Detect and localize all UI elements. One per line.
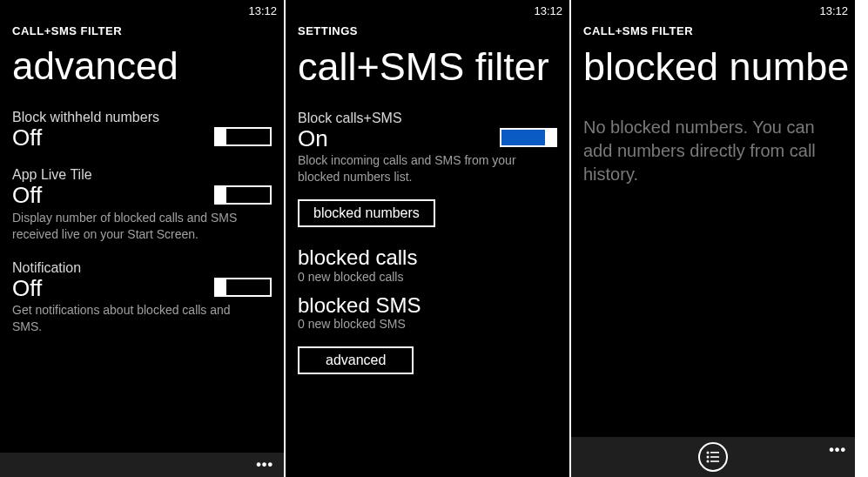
- page-title: call+SMS filter: [298, 44, 557, 90]
- header: SETTINGS call+SMS filter: [286, 21, 569, 90]
- stat-title: blocked SMS: [298, 294, 557, 317]
- setting-label: Notification: [12, 260, 272, 276]
- screen-settings: 13:12 SETTINGS call+SMS filter Block cal…: [286, 0, 569, 477]
- advanced-button[interactable]: advanced: [298, 346, 414, 374]
- svg-rect-3: [710, 456, 719, 458]
- app-label: SETTINGS: [298, 24, 557, 37]
- page-title: advanced: [12, 44, 272, 89]
- empty-state-text: No blocked numbers. You can add numbers …: [583, 116, 843, 186]
- status-bar: 13:12: [0, 0, 284, 21]
- stat-subtitle: 0 new blocked SMS: [298, 317, 557, 331]
- app-bar: •••: [0, 453, 284, 477]
- setting-label: Block withheld numbers: [12, 110, 272, 125]
- setting-block-calls-sms: Block calls+SMS On Block incoming calls …: [298, 111, 557, 185]
- clock: 13:12: [534, 4, 562, 17]
- setting-description: Display number of blocked calls and SMS …: [12, 210, 256, 243]
- setting-value: On: [298, 126, 328, 151]
- clock: 13:12: [819, 4, 848, 17]
- blocked-numbers-button[interactable]: blocked numbers: [298, 199, 435, 227]
- svg-rect-5: [710, 460, 719, 462]
- blocked-calls-item[interactable]: blocked calls 0 new blocked calls: [298, 246, 557, 283]
- setting-label: App Live Tile: [12, 167, 272, 183]
- screen-blocked-numbers: 13:12 CALL+SMS FILTER blocked numbe No b…: [571, 0, 855, 477]
- setting-row-head: Off: [12, 276, 272, 301]
- live-tile-toggle[interactable]: [214, 185, 272, 205]
- header: CALL+SMS FILTER blocked numbe: [571, 21, 855, 90]
- setting-live-tile: App Live Tile Off Display number of bloc…: [12, 167, 272, 242]
- block-withheld-toggle[interactable]: [214, 127, 272, 146]
- setting-description: Block incoming calls and SMS from your b…: [298, 152, 542, 185]
- notification-toggle[interactable]: [214, 278, 272, 297]
- stat-subtitle: 0 new blocked calls: [298, 270, 557, 284]
- svg-point-0: [707, 452, 710, 454]
- svg-point-2: [707, 456, 710, 459]
- clock: 13:12: [248, 4, 277, 17]
- more-icon[interactable]: •••: [256, 457, 273, 473]
- setting-block-withheld: Block withheld numbers Off: [12, 110, 272, 151]
- setting-row-head: On: [298, 126, 557, 151]
- screen-advanced: 13:12 CALL+SMS FILTER advanced Block wit…: [0, 0, 284, 477]
- header: CALL+SMS FILTER advanced: [0, 21, 284, 89]
- svg-rect-1: [710, 452, 719, 453]
- list-svg-icon: [706, 451, 720, 463]
- app-label: CALL+SMS FILTER: [583, 24, 843, 37]
- content: Block withheld numbers Off App Live Tile…: [0, 89, 284, 453]
- setting-description: Get notifications about blocked calls an…: [12, 302, 256, 335]
- content: No blocked numbers. You can add numbers …: [571, 90, 855, 437]
- setting-label: Block calls+SMS: [298, 111, 557, 126]
- setting-value: Off: [12, 276, 42, 301]
- app-bar: •••: [571, 437, 855, 477]
- svg-point-4: [707, 460, 710, 463]
- status-bar: 13:12: [286, 0, 569, 21]
- content: Block calls+SMS On Block incoming calls …: [286, 90, 569, 477]
- stat-title: blocked calls: [298, 246, 557, 269]
- setting-value: Off: [12, 125, 42, 151]
- list-icon[interactable]: [698, 442, 728, 472]
- page-title: blocked numbe: [583, 44, 843, 90]
- app-label: CALL+SMS FILTER: [12, 24, 272, 37]
- setting-row-head: Off: [12, 183, 272, 208]
- more-icon[interactable]: •••: [829, 442, 846, 458]
- status-bar: 13:12: [571, 0, 855, 21]
- setting-value: Off: [12, 183, 42, 208]
- blocked-sms-item[interactable]: blocked SMS 0 new blocked SMS: [298, 294, 557, 331]
- setting-row-head: Off: [12, 125, 272, 151]
- setting-notification: Notification Off Get notifications about…: [12, 260, 272, 335]
- block-calls-sms-toggle[interactable]: [500, 128, 557, 147]
